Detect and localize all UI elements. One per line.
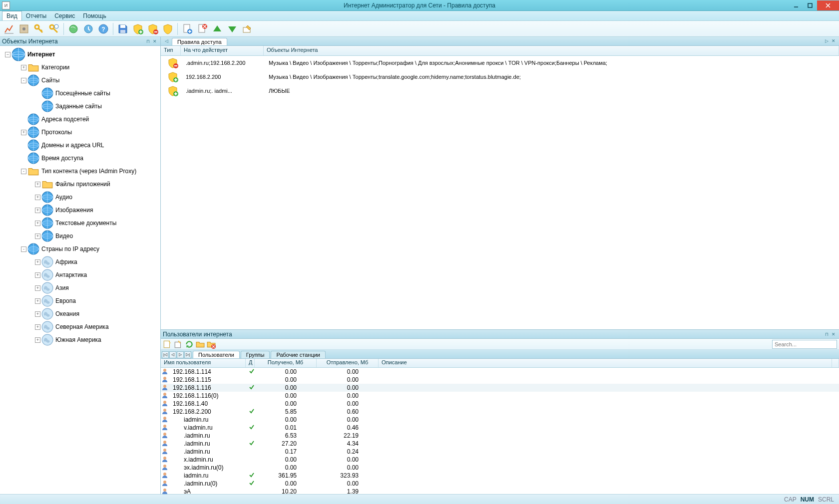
folder-delete-icon[interactable]	[207, 340, 216, 349]
tree-item[interactable]: -Страны по IP адресу	[0, 243, 160, 255]
tree[interactable]: −Интернет+Категории-СайтыПосещённые сайт…	[0, 46, 160, 494]
maximize-button[interactable]	[803, 0, 817, 10]
chart-icon[interactable]	[2, 22, 16, 36]
user-row[interactable]: .iadmin.ru0.170.24	[161, 448, 839, 456]
user-row[interactable]: 192.168.1.1150.000.00	[161, 376, 839, 384]
users-grid[interactable]: 192.168.1.1140.000.00192.168.1.1150.000.…	[161, 368, 839, 494]
col-target[interactable]: На что действует	[181, 46, 264, 55]
user-row[interactable]: x.iadmin.ru0.000.00	[161, 456, 839, 464]
user-row[interactable]: эx.iadmin.ru(0)0.000.00	[161, 464, 839, 472]
expand-icon[interactable]: +	[35, 182, 40, 187]
user-row[interactable]: 192.168.1.400.000.00	[161, 400, 839, 408]
shield-add-icon[interactable]	[131, 22, 145, 36]
rule-row[interactable]: .iadmin.ru;. iadmi...ЛЮБЫЕ	[161, 84, 839, 98]
ucol-snt[interactable]: Отправлено, Мб	[317, 359, 379, 367]
ucol-rcv[interactable]: Получено, Мб	[255, 359, 317, 367]
tab-groups[interactable]: Группы	[241, 351, 270, 358]
tab-close-icon[interactable]: ✕	[830, 38, 837, 45]
ucol-d[interactable]: Д	[246, 359, 255, 367]
tab-next-icon[interactable]: ▷	[823, 38, 830, 45]
expand-icon[interactable]: +	[35, 234, 40, 239]
tab-prev-icon[interactable]: ◁	[163, 38, 170, 45]
search-input[interactable]	[772, 340, 837, 349]
col-type[interactable]: Тип	[161, 46, 181, 55]
tree-item[interactable]: Адреса подсетей	[0, 113, 160, 126]
close-button[interactable]	[817, 0, 839, 10]
tree-item[interactable]: +Северная Америка	[0, 320, 160, 333]
help-icon[interactable]: ?	[96, 22, 110, 36]
expand-icon[interactable]: +	[35, 259, 40, 265]
tab-rules[interactable]: Правила доступа	[172, 38, 227, 45]
tree-item[interactable]: Домены и адреса URL	[0, 139, 160, 152]
expand-icon[interactable]: +	[35, 337, 40, 343]
tab-workstations[interactable]: Рабочие станции	[271, 351, 326, 358]
expand-icon[interactable]: +	[35, 285, 40, 291]
tree-item[interactable]: +Видео	[0, 230, 160, 243]
expand-icon[interactable]: +	[35, 221, 40, 226]
user-row[interactable]: iadmin.ru361.95323.93	[161, 472, 839, 480]
close-panel-icon[interactable]: ✕	[151, 38, 158, 45]
down-icon[interactable]	[225, 22, 239, 36]
new-icon[interactable]	[163, 340, 172, 349]
expand-icon[interactable]: −	[5, 52, 10, 57]
ucol-name[interactable]: Имя пользователя	[161, 359, 246, 367]
user-row[interactable]: iadmin.ru0.000.00	[161, 416, 839, 424]
last-icon[interactable]: ▷|	[184, 351, 191, 358]
folder-icon[interactable]	[196, 340, 205, 349]
edit-icon[interactable]	[174, 340, 183, 349]
expand-icon[interactable]: +	[35, 324, 40, 330]
user-row[interactable]: v.iadmin.ru0.010.46	[161, 424, 839, 432]
menu-Отчеты[interactable]: Отчеты	[22, 11, 50, 20]
tree-item[interactable]: Посещённые сайты	[0, 87, 160, 100]
tree-item[interactable]: +Южная Америка	[0, 333, 160, 346]
rules-grid[interactable]: .admin.ru;192.168.2.200Музыка \ Видео \ …	[161, 56, 839, 329]
minimize-button[interactable]	[789, 0, 803, 10]
world-time-icon[interactable]	[81, 22, 95, 36]
expand-icon[interactable]: +	[21, 65, 26, 70]
user-row[interactable]: .iadmin.ru(0)0.000.00	[161, 480, 839, 488]
expand-icon[interactable]: +	[35, 311, 40, 317]
user-row[interactable]: 192.168.1.1140.000.00	[161, 368, 839, 376]
pin-icon[interactable]: ⊓	[823, 331, 830, 338]
user-row[interactable]: 192.168.1.1160.000.00	[161, 384, 839, 392]
menu-Вид[interactable]: Вид	[2, 11, 22, 20]
refresh-icon[interactable]	[185, 340, 194, 349]
tree-item[interactable]: Время доступа	[0, 152, 160, 165]
menu-Сервис[interactable]: Сервис	[50, 11, 79, 20]
tree-item[interactable]: +Азия	[0, 281, 160, 294]
col-objects[interactable]: Объекты Интернета	[264, 46, 839, 55]
world-refresh-icon[interactable]	[66, 22, 80, 36]
expand-icon[interactable]: +	[35, 195, 40, 200]
expand-icon[interactable]: -	[21, 78, 26, 83]
next-icon[interactable]: ▷	[177, 351, 184, 358]
shield-icon[interactable]	[161, 22, 175, 36]
tree-item[interactable]: +Файлы приложений	[0, 178, 160, 191]
user-row[interactable]: эA10.201.39	[161, 488, 839, 494]
user-row[interactable]: .iadmin.ru27.204.34	[161, 440, 839, 448]
ucol-desc[interactable]: Описание	[379, 359, 832, 367]
user-row[interactable]: .iadmin.ru6.5322.19	[161, 432, 839, 440]
tree-item[interactable]: -Сайты	[0, 74, 160, 87]
expand-icon[interactable]: -	[21, 247, 26, 252]
tree-item[interactable]: +Протоколы	[0, 126, 160, 139]
prev-icon[interactable]: ◁	[169, 351, 176, 358]
tab-users[interactable]: Пользователи	[193, 351, 240, 358]
expand-icon[interactable]: +	[35, 298, 40, 304]
key-icon[interactable]	[32, 22, 46, 36]
edit-icon[interactable]	[240, 22, 254, 36]
tree-item[interactable]: +Европа	[0, 294, 160, 307]
tree-root[interactable]: Интернет	[26, 51, 55, 58]
tree-item[interactable]: +Океания	[0, 307, 160, 320]
user-row[interactable]: 192.168.2.2005.850.60	[161, 408, 839, 416]
tree-item[interactable]: Заданные сайты	[0, 100, 160, 113]
user-row[interactable]: 192.168.1.116(0)0.000.00	[161, 392, 839, 400]
tree-item[interactable]: +Аудио	[0, 191, 160, 204]
tree-item[interactable]: +Категории	[0, 61, 160, 74]
expand-icon[interactable]: +	[35, 208, 40, 213]
tree-item[interactable]: +Африка	[0, 255, 160, 268]
menu-Помощь[interactable]: Помощь	[79, 11, 110, 20]
pin-icon[interactable]: ⊓	[144, 38, 151, 45]
up-icon[interactable]	[210, 22, 224, 36]
first-icon[interactable]: |◁	[162, 351, 169, 358]
expand-icon[interactable]: -	[21, 169, 26, 174]
